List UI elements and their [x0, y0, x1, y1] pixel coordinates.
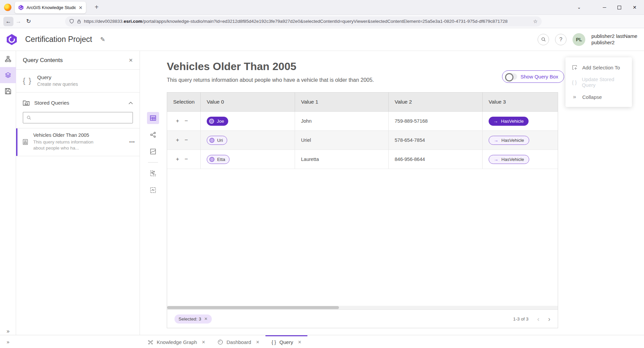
firefox-icon[interactable]: [4, 4, 11, 11]
tab-dashboard[interactable]: Dashboard ✕: [211, 335, 265, 348]
query-item-subtitle: Create new queries: [37, 81, 78, 87]
tracking-shield-icon[interactable]: [69, 19, 74, 24]
rail-item-layers[interactable]: [0, 67, 16, 83]
braces-icon: { }: [271, 340, 276, 345]
row-add-icon[interactable]: +: [176, 156, 179, 163]
tab-close-icon[interactable]: ✕: [256, 340, 259, 345]
link-chart-icon: [150, 131, 156, 138]
col-header-value1[interactable]: Value 1: [295, 93, 389, 111]
add-to-map-button[interactable]: [147, 184, 159, 196]
entity-pill[interactable]: Etta: [207, 155, 230, 164]
relationship-pill[interactable]: →HasVehicle: [489, 136, 529, 145]
col-header-value0[interactable]: Value 0: [201, 93, 295, 111]
tab-close-icon[interactable]: ✕: [298, 340, 301, 345]
search-input[interactable]: [34, 115, 129, 120]
scrollbar-thumb[interactable]: [167, 306, 339, 309]
cell-value1: Uriel: [295, 131, 389, 150]
cell-value2: 578-654-7854: [389, 131, 483, 150]
new-tab-button[interactable]: +: [95, 3, 99, 11]
arrow-right-icon: →: [493, 118, 498, 124]
expand-rail-icon[interactable]: »: [0, 328, 16, 334]
row-remove-icon[interactable]: −: [185, 156, 188, 163]
reload-button[interactable]: ↻: [23, 18, 34, 25]
horizontal-scrollbar[interactable]: [167, 306, 558, 309]
help-button[interactable]: ?: [555, 34, 566, 45]
entity-pill[interactable]: Uri: [207, 136, 227, 145]
edit-pencil-icon[interactable]: ✎: [100, 36, 105, 43]
col-header-selection[interactable]: Selection: [167, 93, 201, 111]
magnifier-icon: [27, 115, 31, 120]
row-add-icon[interactable]: +: [176, 118, 179, 124]
result-toolstrip: [146, 112, 160, 196]
rail-item-data-model[interactable]: [0, 51, 16, 67]
row-remove-icon[interactable]: −: [185, 137, 188, 143]
results-card: Selection Value 0 Value 1 Value 2 Value …: [167, 92, 558, 328]
col-header-value2[interactable]: Value 2: [389, 93, 483, 111]
add-to-link-chart-button[interactable]: [147, 167, 159, 179]
clear-selection-icon[interactable]: ✕: [204, 316, 208, 321]
table-view-button[interactable]: [147, 112, 159, 124]
maximize-icon[interactable]: [617, 6, 621, 9]
expand-bottom-icon[interactable]: »: [0, 339, 16, 345]
page-title: Vehicles Older Than 2005: [167, 60, 296, 73]
link-chart-button[interactable]: [147, 129, 159, 141]
tab-close-icon[interactable]: ✕: [79, 5, 83, 10]
tab-close-icon[interactable]: ✕: [202, 340, 205, 345]
app-body: » Query Contents ✕ { } Query Create new …: [0, 51, 644, 335]
lock-icon[interactable]: [77, 19, 81, 24]
left-rail: »: [0, 51, 16, 335]
pagination-text: 1-3 of 3: [513, 316, 529, 322]
bookmark-star-icon[interactable]: ☆: [533, 18, 538, 24]
map-icon: [150, 148, 156, 155]
menu-item-add-selection-to[interactable]: Add Selection To: [565, 60, 632, 75]
minimize-icon[interactable]: ─: [603, 5, 606, 10]
row-add-icon[interactable]: +: [176, 137, 179, 143]
double-chevron-icon: »: [572, 94, 578, 100]
panel-close-icon[interactable]: ✕: [129, 57, 133, 63]
chevron-up-icon[interactable]: [129, 102, 133, 105]
map-view-button[interactable]: [147, 146, 159, 158]
query-item-title: Query: [37, 74, 78, 80]
browser-tab[interactable]: ArcGIS Knowledge Studio ✕: [15, 2, 86, 13]
table-row[interactable]: +− Uri Uriel 578-654-7854 →HasVehicle: [167, 131, 558, 150]
table-row[interactable]: +− Etta Lauretta 846-956-8644 →HasVehicl…: [167, 150, 558, 169]
list-tabs-icon[interactable]: ⌄: [577, 5, 581, 10]
show-query-box-label: Show Query Box: [521, 74, 558, 79]
selected-chip[interactable]: Selected: 3 ✕: [175, 314, 212, 324]
entity-dot-icon: [209, 138, 214, 143]
browser-tab-title: ArcGIS Knowledge Studio: [27, 5, 76, 10]
stored-query-item[interactable]: Vehicles Older Than 2005 This query retu…: [16, 128, 140, 156]
show-query-box-toggle[interactable]: [505, 73, 517, 80]
menu-item-collapse[interactable]: » Collapse: [565, 90, 632, 104]
stored-queries-header[interactable]: Stored Queries: [16, 93, 140, 110]
entity-pill[interactable]: Joe: [207, 117, 228, 126]
dashboard-gauge-icon: [217, 339, 223, 345]
bottom-tab-bar: » Knowledge Graph ✕ Dashboard ✕ { } Quer…: [0, 335, 644, 348]
avatar[interactable]: PL: [573, 33, 585, 46]
show-query-box-button[interactable]: Show Query Box: [502, 70, 564, 83]
relationship-pill[interactable]: →HasVehicle: [489, 155, 529, 164]
braces-icon: { }: [23, 76, 32, 85]
page-next-icon[interactable]: ›: [548, 315, 550, 323]
query-create-item[interactable]: { } Query Create new queries: [16, 70, 140, 93]
item-options-icon[interactable]: •••: [129, 139, 135, 144]
rail-item-save[interactable]: [0, 83, 16, 99]
forward-button[interactable]: →: [13, 18, 23, 25]
table-row[interactable]: +− Joe John 759-889-57168 →HasVehicle: [167, 112, 558, 131]
window-controls: ─ ✕: [603, 0, 644, 15]
search-button[interactable]: [538, 34, 549, 45]
tab-knowledge-graph[interactable]: Knowledge Graph ✕: [142, 335, 211, 348]
col-header-value3[interactable]: Value 3: [483, 93, 558, 111]
tab-query[interactable]: { } Query ✕: [265, 335, 307, 348]
relationship-pill[interactable]: →HasVehicle: [489, 117, 529, 126]
row-remove-icon[interactable]: −: [185, 118, 188, 124]
save-icon: [5, 88, 11, 95]
panel-title: Query Contents: [23, 57, 129, 64]
page-previous-icon[interactable]: ‹: [537, 315, 540, 323]
user-name: publisher2 lastName publisher2: [591, 33, 637, 46]
back-button[interactable]: ←: [3, 17, 13, 26]
url-bar[interactable]: https://dev0028833.esri.com/portal/apps/…: [65, 16, 542, 26]
table-icon: [150, 115, 156, 121]
close-window-icon[interactable]: ✕: [633, 5, 637, 10]
stored-queries-search[interactable]: [23, 112, 133, 123]
